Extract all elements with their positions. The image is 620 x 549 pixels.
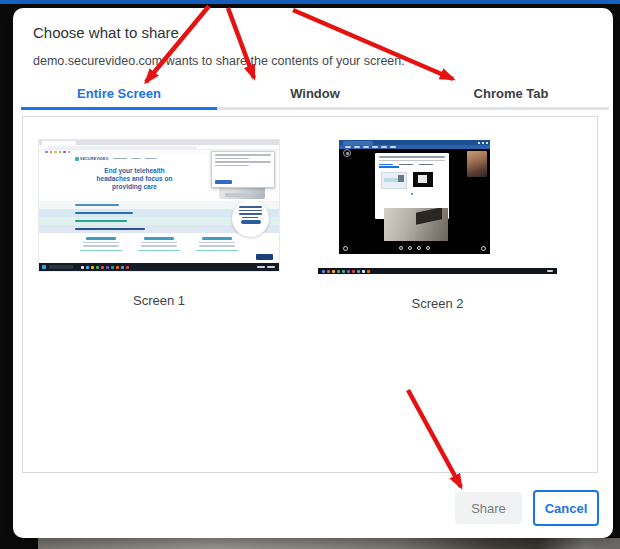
mini-window-titlebar — [339, 140, 490, 145]
screen-2-label: Screen 2 — [318, 296, 557, 311]
dialog-title: Choose what to share — [33, 24, 593, 41]
system-tray — [547, 270, 553, 272]
share-button[interactable]: Share — [455, 492, 522, 524]
screen-list-panel: SECUREVIDEO End your telehealth headache… — [22, 116, 598, 473]
screen-1-option[interactable]: SECUREVIDEO End your telehealth headache… — [39, 117, 318, 472]
mic-icon — [408, 246, 412, 250]
tab-entire-screen[interactable]: Entire Screen — [21, 83, 217, 110]
screen-1-label: Screen 1 — [39, 293, 279, 308]
mini-taskbar-2 — [318, 268, 557, 274]
screen-2-thumbnail[interactable] — [318, 140, 557, 274]
start-icon — [42, 265, 46, 269]
cancel-button[interactable]: Cancel — [533, 490, 599, 526]
tab-window[interactable]: Window — [217, 83, 413, 110]
mini-notification-popup — [211, 151, 275, 188]
bookmark-icons — [45, 151, 70, 154]
mini-window-toolbar — [339, 145, 490, 149]
nav-link-bar — [131, 158, 141, 160]
taskbar-icons — [81, 266, 129, 269]
screen-1-thumbnail[interactable]: SECUREVIDEO End your telehealth headache… — [39, 140, 279, 271]
invite-icon — [417, 246, 421, 250]
securevideo-brand: SECUREVIDEO — [80, 157, 109, 161]
securevideo-logo-icon — [75, 157, 79, 161]
nav-link-bar — [145, 158, 157, 160]
mini-corner-icon — [343, 246, 348, 251]
share-type-tabs: Entire Screen Window Chrome Tab — [21, 83, 609, 110]
share-screen-icon — [426, 246, 430, 250]
mini-footer-button — [256, 254, 273, 260]
mini-videocall-window — [339, 140, 490, 254]
mini-browser-addressbar — [39, 145, 279, 150]
mini-webcam-feed — [467, 151, 487, 177]
screen-2-option[interactable]: Screen 2 — [318, 117, 597, 472]
camera-icon — [399, 246, 403, 250]
mini-corner-icon — [481, 246, 486, 251]
background-video-strip — [38, 538, 620, 549]
dialog-footer: Share Cancel — [455, 490, 599, 526]
mini-call-controls — [339, 242, 490, 254]
dialog-subtitle: demo.securevideo.com wants to share the … — [33, 54, 593, 68]
mini-taskbar — [39, 263, 279, 271]
mini-footer-columns — [39, 233, 279, 263]
system-tray — [257, 266, 275, 268]
mini-participant-avatar — [343, 149, 351, 157]
mini-room-video — [384, 208, 448, 241]
taskbar-search — [49, 265, 73, 269]
mini-window-controls — [478, 142, 488, 144]
tab-chrome-tab[interactable]: Chrome Tab — [413, 83, 609, 110]
mini-hero-text: End your telehealth headaches and focus … — [67, 167, 202, 191]
mini-popup-button — [215, 180, 232, 185]
share-picker-dialog: Choose what to share demo.securevideo.co… — [13, 8, 613, 538]
background-browser-topbar — [0, 0, 620, 4]
mini-circle-badge — [232, 200, 269, 237]
nav-link-bar — [113, 158, 127, 160]
mini-badge-button — [241, 220, 261, 224]
taskbar-icons — [322, 270, 370, 273]
